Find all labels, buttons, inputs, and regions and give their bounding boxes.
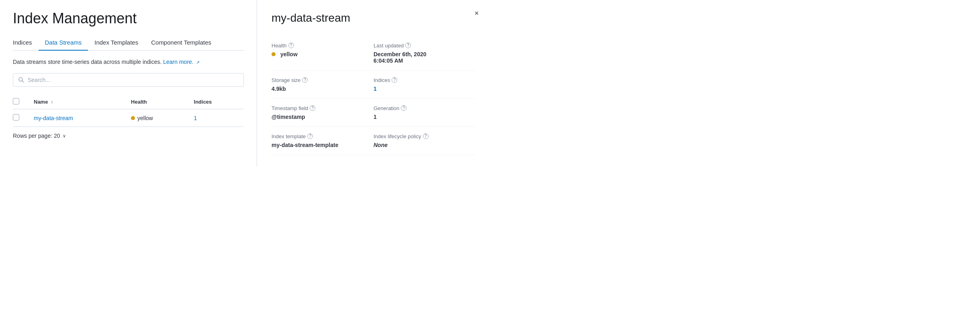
table-header-row: Name ↑ Health Indices — [13, 95, 244, 109]
sort-arrow-name: ↑ — [51, 100, 53, 104]
help-icon-storage-size[interactable]: ? — [302, 77, 308, 83]
column-health: Health — [126, 95, 189, 109]
tab-data-streams[interactable]: Data Streams — [39, 35, 88, 51]
detail-cell-index-template: Index template ? my-data-stream-template — [272, 127, 374, 155]
detail-value-timestamp: @timestamp — [272, 114, 361, 120]
help-icon-generation[interactable]: ? — [401, 105, 406, 111]
row-indices-cell: 1 — [189, 109, 244, 127]
detail-value-index-template: my-data-stream-template — [272, 142, 361, 148]
search-input[interactable] — [28, 77, 239, 83]
detail-cell-timestamp: Timestamp field ? @timestamp — [272, 99, 374, 127]
indices-count: 1 — [194, 115, 197, 121]
right-panel: × my-data-stream Health ? yellow Last up… — [257, 0, 490, 166]
detail-cell-health: Health ? yellow — [272, 36, 374, 71]
detail-label-index-template: Index template ? — [272, 133, 361, 139]
column-name[interactable]: Name ↑ — [29, 95, 126, 109]
detail-value-storage-size: 4.9kb — [272, 86, 361, 92]
tab-component-templates[interactable]: Component Templates — [145, 35, 218, 51]
detail-value-generation: 1 — [374, 114, 476, 120]
data-table: Name ↑ Health Indices my-data-stream — [13, 95, 244, 127]
detail-cell-generation: Generation ? 1 — [374, 99, 476, 127]
row-health-cell: yellow — [126, 109, 189, 127]
detail-label-lifecycle-policy: Index lifecycle policy ? — [374, 133, 476, 139]
health-cell: yellow — [131, 115, 184, 121]
rows-per-page-selector[interactable]: Rows per page: 20 ∨ — [13, 133, 66, 139]
tab-indices[interactable]: Indices — [13, 35, 39, 51]
search-container — [13, 73, 244, 87]
rows-per-page-chevron: ∨ — [63, 133, 66, 139]
table-footer: Rows per page: 20 ∨ — [13, 127, 244, 139]
help-icon-health[interactable]: ? — [288, 43, 294, 48]
detail-value-indices[interactable]: 1 — [374, 86, 476, 92]
detail-cell-storage-size: Storage size ? 4.9kb — [272, 71, 374, 99]
select-all-checkbox[interactable] — [13, 98, 19, 104]
detail-cell-indices: Indices ? 1 — [374, 71, 476, 99]
column-indices: Indices — [189, 95, 244, 109]
column-checkbox — [13, 95, 29, 109]
detail-grid: Health ? yellow Last updated ? December … — [272, 36, 476, 155]
tabs-nav: Indices Data Streams Index Templates Com… — [13, 35, 244, 51]
description-text: Data streams store time-series data acro… — [13, 59, 244, 65]
detail-value-last-updated: December 6th, 20206:04:05 AM — [374, 51, 476, 64]
health-dot — [131, 116, 135, 120]
detail-title: my-data-stream — [272, 11, 476, 25]
tab-index-templates[interactable]: Index Templates — [88, 35, 145, 51]
detail-label-health: Health ? — [272, 43, 361, 49]
close-button[interactable]: × — [473, 8, 480, 18]
row-checkbox-cell — [13, 109, 29, 127]
detail-label-timestamp: Timestamp field ? — [272, 105, 361, 111]
row-name-cell: my-data-stream — [29, 109, 126, 127]
table-row: my-data-stream yellow 1 — [13, 109, 244, 127]
external-link-icon: ↗ — [196, 60, 200, 65]
detail-label-indices: Indices ? — [374, 77, 476, 83]
svg-line-1 — [22, 81, 24, 82]
search-icon — [18, 77, 24, 83]
detail-label-storage-size: Storage size ? — [272, 77, 361, 83]
detail-cell-lifecycle-policy: Index lifecycle policy ? None — [374, 127, 476, 155]
help-icon-index-template[interactable]: ? — [307, 133, 313, 139]
left-panel: Index Management Indices Data Streams In… — [0, 0, 257, 166]
row-checkbox[interactable] — [13, 114, 19, 121]
health-dot-detail — [272, 52, 276, 56]
data-stream-link[interactable]: my-data-stream — [34, 115, 73, 121]
detail-cell-last-updated: Last updated ? December 6th, 20206:04:05… — [374, 36, 476, 71]
help-icon-last-updated[interactable]: ? — [405, 43, 411, 48]
page-title: Index Management — [13, 10, 244, 27]
learn-more-link[interactable]: Learn more. ↗ — [163, 59, 199, 65]
detail-value-health: yellow — [272, 51, 361, 57]
detail-value-lifecycle-policy: None — [374, 142, 476, 148]
help-icon-indices[interactable]: ? — [392, 77, 397, 83]
detail-label-last-updated: Last updated ? — [374, 43, 476, 49]
help-icon-lifecycle-policy[interactable]: ? — [423, 133, 429, 139]
help-icon-timestamp[interactable]: ? — [310, 105, 315, 111]
detail-label-generation: Generation ? — [374, 105, 476, 111]
